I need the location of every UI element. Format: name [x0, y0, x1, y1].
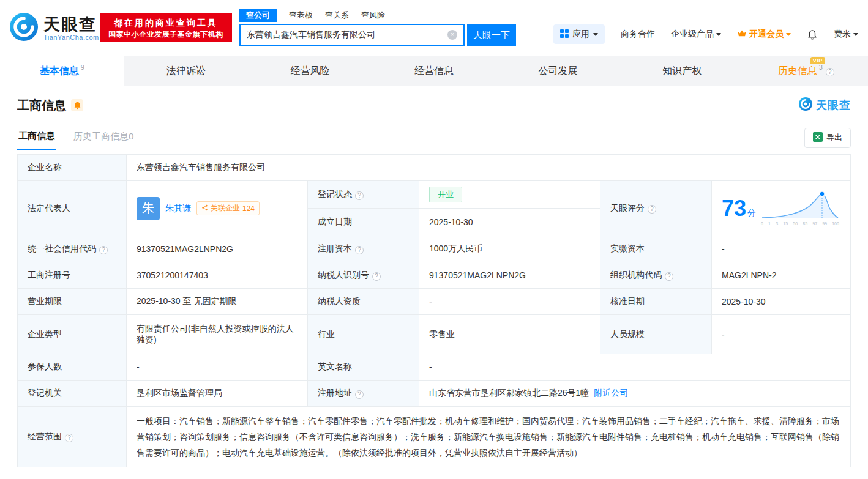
section-title: 工商信息	[17, 97, 83, 114]
tab-intellectual-property[interactable]: 知识产权	[620, 56, 744, 86]
help-icon[interactable]: ?	[826, 68, 834, 76]
brand-name: 天眼查	[43, 15, 99, 34]
crown-icon	[737, 29, 747, 39]
paid-capital-label: 实缴资本	[600, 236, 712, 262]
help-icon[interactable]: ?	[355, 390, 364, 399]
taxpayer-id-value: 91370521MAG2LNPN2G	[419, 262, 600, 289]
table-row: 企业名称 东营领吉鑫汽车销售服务有限公司	[18, 155, 851, 181]
vip-badge: VIP	[810, 57, 825, 64]
header: 天眼查 TianYanCha.com 都在用的商业查询工具 国家中小企业发展子基…	[0, 0, 868, 55]
credit-code-value: 91370521MAG2LNPN2G	[127, 236, 308, 262]
help-icon[interactable]: ?	[65, 434, 73, 442]
export-button[interactable]: 导出	[804, 128, 851, 148]
business-scope-value: 一般项目：汽车销售；新能源汽车整车销售；汽车零配件零售；汽车零配件批发；机动车修…	[127, 407, 851, 467]
company-name-value: 东营领吉鑫汽车销售服务有限公司	[127, 155, 851, 181]
apps-menu[interactable]: 应用	[553, 24, 605, 44]
english-name-label: 英文名称	[308, 354, 419, 381]
english-name-value: -	[419, 354, 851, 381]
taxpayer-quality-value: -	[419, 289, 600, 315]
help-icon[interactable]: ?	[99, 246, 108, 254]
subtab-bar: 工商信息 历史工商信息0 导出	[17, 125, 851, 150]
help-icon[interactable]: ?	[355, 246, 364, 254]
legal-rep-avatar[interactable]: 朱	[137, 197, 160, 220]
tab-company-development[interactable]: 公司发展	[496, 56, 620, 86]
search-box: ×	[239, 24, 465, 46]
help-icon[interactable]: ?	[648, 205, 656, 214]
related-companies-chip[interactable]: 关联企业 124	[196, 201, 260, 215]
industry-label: 行业	[308, 315, 419, 354]
legal-rep-value: 朱 朱其谦 关联企业 124	[127, 181, 308, 236]
help-icon[interactable]: ?	[372, 272, 381, 281]
search-tab-company[interactable]: 查公司	[239, 9, 277, 22]
company-tab-bar: 基本信息9 法律诉讼 经营风险 经营信息 公司发展 知识产权 历史信息 3 VI…	[0, 56, 868, 86]
search-input[interactable]	[241, 30, 447, 40]
tianyancha-logo[interactable]: 天眼查 TianYanCha.com	[9, 12, 99, 45]
score-axis: 01 315 5085 9799 100	[761, 221, 839, 226]
excel-icon	[813, 132, 823, 144]
nearby-companies-link[interactable]: 附近公司	[594, 388, 628, 398]
vip-label: 开通会员	[749, 29, 784, 40]
tab-basic-info[interactable]: 基本信息9	[0, 56, 124, 86]
table-row: 统一社会信用代码? 91370521MAG2LNPN2G 注册资本? 1000万…	[18, 236, 851, 262]
tab-legal-proceedings[interactable]: 法律诉讼	[124, 56, 249, 86]
table-row: 经营范围? 一般项目：汽车销售；新能源汽车整车销售；汽车零配件零售；汽车零配件批…	[18, 407, 851, 467]
company-type-label: 企业类型	[18, 315, 127, 354]
org-code-value: MAG2LNPN-2	[712, 262, 851, 289]
clear-search-icon[interactable]: ×	[447, 30, 457, 40]
tab-operating-info[interactable]: 经营信息	[372, 56, 496, 86]
enterprise-products-menu[interactable]: 企业级产品	[671, 29, 721, 40]
business-term-label: 营业期限	[18, 289, 127, 315]
table-row: 参保人数 - 英文名称 -	[18, 354, 851, 381]
table-row: 企业类型 有限责任公司(非自然人投资或控股的法人独资) 行业 零售业 人员规模 …	[18, 315, 851, 354]
search-area: 查公司 查老板 查关系 查风险 × 天眼一下	[239, 9, 516, 46]
apps-grid-icon	[560, 29, 569, 40]
reg-capital-value: 1000万人民币	[419, 236, 600, 262]
username: 费米	[834, 29, 851, 40]
business-term-value: 2025-10-30 至 无固定期限	[127, 289, 308, 315]
score-label: 天眼评分?	[600, 181, 712, 236]
staff-size-label: 人员规模	[600, 315, 712, 354]
insured-count-value: -	[127, 354, 308, 381]
monitor-bell-icon[interactable]	[71, 99, 83, 111]
search-tab-relation[interactable]: 查关系	[325, 10, 349, 21]
subtab-history-business-info[interactable]: 历史工商信息0	[72, 126, 135, 149]
subtab-business-info[interactable]: 工商信息	[17, 125, 56, 150]
apps-label: 应用	[572, 29, 589, 40]
cooperation-label: 商务合作	[621, 29, 655, 40]
search-tab-boss[interactable]: 查老板	[289, 10, 313, 21]
chevron-down-icon	[853, 33, 858, 39]
business-scope-label: 经营范围?	[18, 407, 127, 467]
help-icon[interactable]: ?	[355, 191, 364, 200]
search-tab-risk[interactable]: 查风险	[361, 10, 385, 21]
staff-size-value: -	[712, 315, 851, 354]
business-cooperation-link[interactable]: 商务合作	[621, 29, 655, 40]
legal-rep-link[interactable]: 朱其谦	[165, 203, 191, 214]
reg-capital-label: 注册资本?	[308, 236, 419, 262]
reg-address-value: 山东省东营市垦利区郝家镇北二路26号1幢附近公司	[419, 381, 851, 407]
paid-capital-value: -	[712, 236, 851, 262]
tab-history-info[interactable]: 历史信息 3 VIP ?	[744, 56, 868, 86]
tianyancha-watermark: 天眼查	[798, 97, 851, 114]
tab-operating-risk[interactable]: 经营风险	[248, 56, 372, 86]
approval-date-value: 2025-10-30	[712, 289, 851, 315]
taxpayer-quality-label: 纳税人资质	[308, 289, 419, 315]
reg-status-value: 开业	[419, 181, 600, 209]
industry-value: 零售业	[419, 315, 600, 354]
search-button[interactable]: 天眼一下	[467, 24, 516, 46]
reg-number-label: 工商注册号	[18, 262, 127, 289]
open-vip-menu[interactable]: 开通会员	[737, 29, 791, 40]
help-icon[interactable]: ?	[665, 272, 673, 281]
reg-authority-value: 垦利区市场监督管理局	[127, 381, 308, 407]
reg-address-label: 注册地址?	[308, 381, 419, 407]
slogan-line2: 国家中小企业发展子基金旗下机构	[108, 29, 223, 40]
notification-bell-icon[interactable]	[807, 29, 818, 40]
establish-date-value: 2025-10-30	[419, 209, 600, 236]
chevron-down-icon	[716, 33, 721, 39]
table-row: 工商注册号 370521200147403 纳税人识别号? 91370521MA…	[18, 262, 851, 289]
user-menu[interactable]: 费米	[834, 29, 858, 40]
establish-date-label: 成立日期	[308, 209, 419, 236]
status-badge: 开业	[429, 187, 462, 202]
reg-status-label: 登记状态?	[308, 181, 419, 209]
tianyancha-watermark-icon	[798, 97, 813, 114]
brand-domain: TianYanCha.com	[43, 34, 99, 41]
